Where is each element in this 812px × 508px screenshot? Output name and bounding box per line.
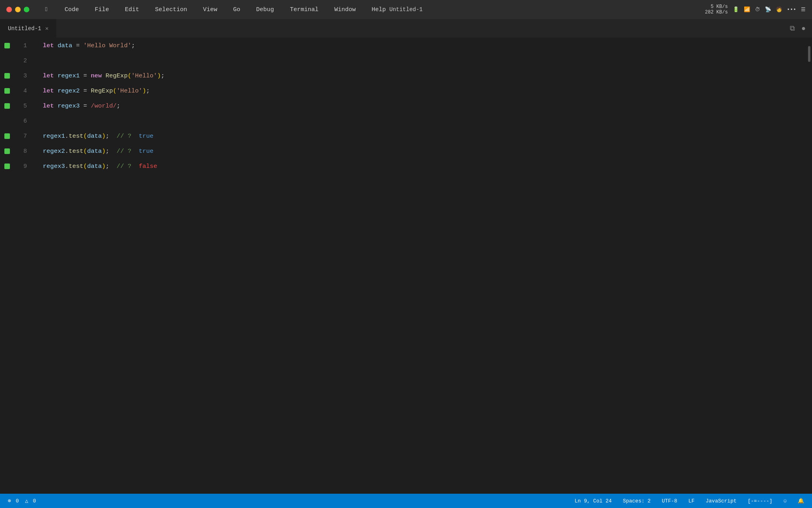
- gutter-line-8: [0, 144, 14, 159]
- scrollbar-thumb[interactable]: [808, 46, 810, 62]
- traffic-lights: [6, 7, 29, 12]
- menu-terminal[interactable]: Terminal: [287, 5, 322, 15]
- smiley-icon[interactable]: ☺: [782, 497, 788, 505]
- code-line-9: regex3.test(data); // ? false: [35, 159, 165, 174]
- comment-7: // ?: [117, 133, 131, 140]
- code-editor[interactable]: let data = 'Hello World'; let regex1 = n…: [35, 38, 165, 494]
- menu-debug[interactable]: Debug: [253, 5, 277, 15]
- error-count[interactable]: ⊗ 0 △ 0: [6, 497, 38, 505]
- encoding[interactable]: UTF-8: [660, 497, 679, 505]
- gutter-line-9: [0, 159, 14, 174]
- tab-close-icon[interactable]: ✕: [45, 25, 48, 32]
- green-dot-5: [4, 103, 10, 109]
- gutter-line-1: [0, 38, 14, 53]
- breakpoint-6[interactable]: [0, 118, 14, 124]
- empty-dot-6: [4, 118, 10, 124]
- cursor-position[interactable]: Ln 9, Col 24: [573, 497, 613, 505]
- code-line-2: [35, 53, 165, 68]
- network-speed: 5 KB/s 282 KB/s: [705, 4, 728, 15]
- menubar:  Code File Edit Selection View Go Debug…: [0, 0, 812, 19]
- paren-4a: (: [113, 87, 117, 94]
- op-5a: [54, 102, 57, 110]
- breakpoint-9[interactable]: [0, 164, 14, 169]
- op-5b: =: [80, 102, 91, 110]
- breakpoint-5[interactable]: [0, 103, 14, 109]
- editor-tab[interactable]: Untitled-1 ✕: [0, 19, 57, 38]
- breakpoint-2[interactable]: [0, 58, 14, 64]
- dots-icon: •••: [787, 7, 796, 13]
- menu-file[interactable]: File: [92, 5, 112, 15]
- line-ending[interactable]: LF: [687, 497, 696, 505]
- str-hello-1: 'Hello': [131, 72, 157, 79]
- fn-regexp-1: RegExp: [105, 72, 128, 79]
- gutter-line-2: [0, 53, 14, 68]
- maximize-button[interactable]: [24, 7, 29, 12]
- indentation[interactable]: Spaces: 2: [621, 497, 652, 505]
- scrollbar[interactable]: [806, 38, 812, 494]
- paren-9b: ): [102, 163, 105, 170]
- var-regex1: regex1: [57, 72, 80, 79]
- space-9b: [131, 163, 139, 170]
- paren-3b: ): [157, 72, 161, 79]
- comment-9: // ?: [117, 163, 131, 170]
- list-icon: ☰: [801, 6, 806, 13]
- result-false-9: false: [139, 163, 157, 170]
- semi-3: ;: [161, 72, 165, 79]
- vim-mode[interactable]: [-=----]: [746, 497, 774, 505]
- breakpoint-gutter: [0, 38, 14, 494]
- paren-7b: ): [102, 133, 105, 140]
- language-mode[interactable]: JavaScript: [704, 497, 738, 505]
- menu-go[interactable]: Go: [230, 5, 243, 15]
- breakpoint-3[interactable]: [0, 73, 14, 79]
- menu-window[interactable]: Window: [331, 5, 359, 15]
- semi-7: ;: [105, 133, 109, 140]
- line-numbers: 1 2 3 4 5 6 7 8 9: [14, 38, 35, 494]
- line-num-2: 2: [14, 58, 35, 64]
- clock-icon: ⏱: [755, 7, 760, 13]
- apple-menu[interactable]: : [42, 5, 52, 15]
- semi-4: ;: [146, 87, 150, 94]
- op-3c: [102, 72, 105, 79]
- regex-literal: /world/: [91, 102, 117, 110]
- minimize-button[interactable]: [15, 7, 21, 12]
- keyword-let-3: let: [43, 72, 54, 79]
- gutter-line-5: [0, 98, 14, 114]
- menu-selection[interactable]: Selection: [152, 5, 190, 15]
- warning-num: 0: [33, 498, 36, 504]
- result-true-8: true: [139, 148, 153, 155]
- code-line-3: let regex1 = new RegExp('Hello');: [35, 68, 165, 83]
- line-num-8: 8: [14, 148, 35, 155]
- var-regex1-7: regex1: [43, 133, 65, 140]
- split-editor-icon[interactable]: ⧉: [790, 25, 795, 33]
- editor-wrapper: 1 2 3 4 5 6 7 8 9 let data = 'Hello Worl…: [0, 38, 165, 494]
- breakpoint-8[interactable]: [0, 148, 14, 154]
- green-dot-4: [4, 88, 10, 94]
- paren-3a: (: [128, 72, 131, 79]
- breakpoint-7[interactable]: [0, 133, 14, 139]
- op-3b: =: [80, 72, 91, 79]
- menu-code[interactable]: Code: [61, 5, 82, 15]
- menu-view[interactable]: View: [200, 5, 220, 15]
- cast-icon: 📡: [765, 6, 771, 13]
- keyword-let-5: let: [43, 102, 54, 110]
- line-num-6: 6: [14, 118, 35, 125]
- breakpoint-4[interactable]: [0, 88, 14, 94]
- arg-data-9: data: [87, 163, 102, 170]
- green-dot-3: [4, 73, 10, 79]
- result-true-7: true: [139, 133, 153, 140]
- menu-help[interactable]: Help: [368, 5, 389, 15]
- var-regex3-9: regex3: [43, 163, 65, 170]
- menu-edit[interactable]: Edit: [122, 5, 142, 15]
- line-num-5: 5: [14, 103, 35, 110]
- status-left: ⊗ 0 △ 0: [6, 497, 38, 505]
- op-4b: =: [80, 87, 91, 94]
- notifications-icon[interactable]: 🔔: [796, 497, 806, 505]
- op-4a: [54, 87, 57, 94]
- more-actions-icon[interactable]: ●: [801, 25, 806, 33]
- breakpoint-1[interactable]: [0, 43, 14, 48]
- green-dot-1: [4, 43, 10, 48]
- close-button[interactable]: [6, 7, 12, 12]
- code-line-8: regex2.test(data); // ? true: [35, 144, 165, 159]
- line-num-7: 7: [14, 133, 35, 140]
- green-dot-9: [4, 164, 10, 169]
